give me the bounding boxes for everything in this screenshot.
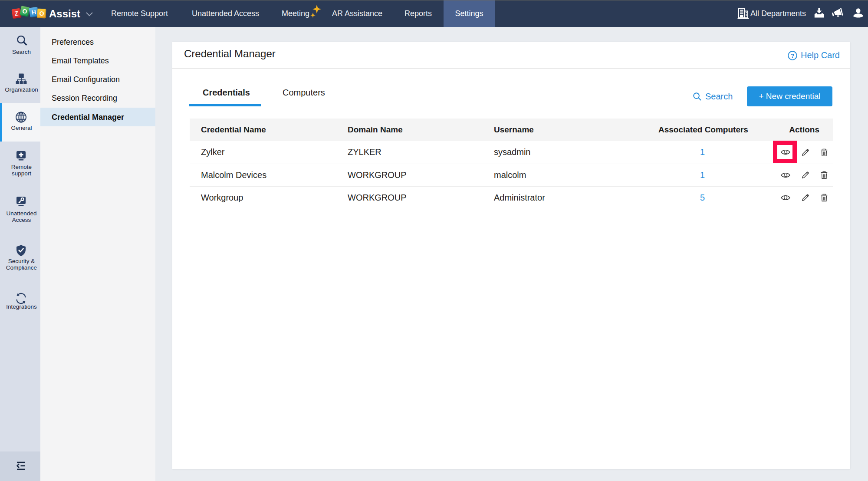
svg-text:?: ? <box>791 53 794 59</box>
